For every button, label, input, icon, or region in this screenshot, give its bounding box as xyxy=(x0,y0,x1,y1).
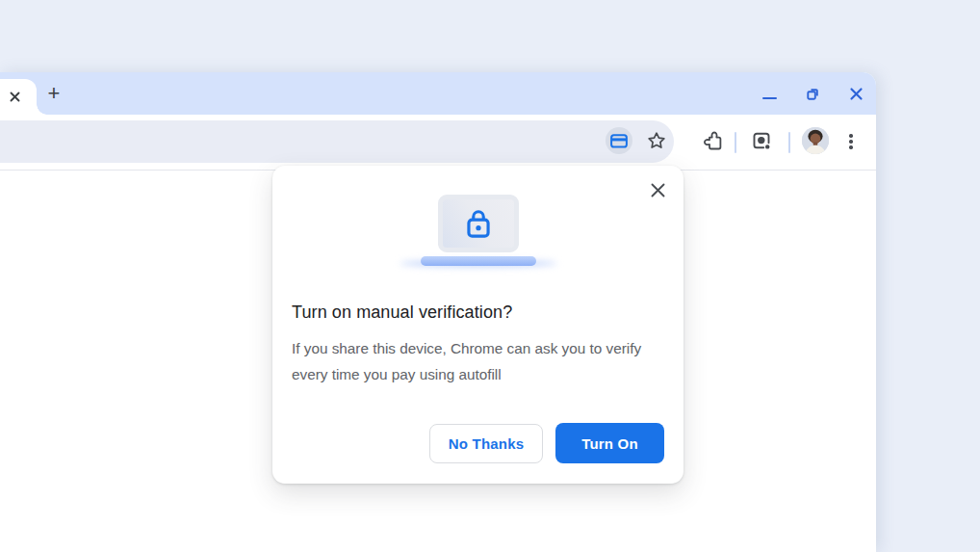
kebab-dot xyxy=(849,140,852,143)
lens-capture-button[interactable] xyxy=(752,131,771,150)
close-icon xyxy=(650,182,666,198)
dialog-body-text: If you share this device, Chrome can ask… xyxy=(292,335,662,387)
dialog-title: Turn on manual verification? xyxy=(292,302,664,323)
minimize-button[interactable] xyxy=(761,86,777,101)
tab-close-button[interactable] xyxy=(7,89,22,104)
turn-on-button[interactable]: Turn On xyxy=(555,423,664,463)
kebab-dot xyxy=(849,145,852,148)
laptop-lock-illustration xyxy=(272,166,683,267)
puzzle-piece-icon xyxy=(703,131,722,150)
new-tab-button[interactable]: + xyxy=(40,80,67,107)
dialog-actions: No Thanks Turn On xyxy=(429,423,664,463)
laptop-screen xyxy=(438,195,519,252)
credit-card-icon xyxy=(610,134,628,148)
toolbar-separator xyxy=(735,132,736,153)
extensions-button[interactable] xyxy=(703,131,722,150)
address-bar[interactable] xyxy=(0,120,674,163)
laptop-base xyxy=(421,256,536,266)
plus-icon: + xyxy=(48,83,61,104)
kebab-dot xyxy=(849,134,852,137)
avatar-photo xyxy=(802,127,829,154)
camera-viewfinder-icon xyxy=(752,131,771,150)
payment-autofill-button[interactable] xyxy=(606,127,632,154)
close-icon xyxy=(849,87,864,101)
lock-icon xyxy=(465,207,492,240)
active-tab[interactable] xyxy=(0,79,37,115)
browser-toolbar xyxy=(0,115,876,171)
browser-menu-button[interactable] xyxy=(845,128,857,155)
toolbar-separator xyxy=(788,132,790,153)
bookmark-button[interactable] xyxy=(647,131,666,150)
close-icon xyxy=(10,92,20,102)
manual-verification-dialog: Turn on manual verification? If you shar… xyxy=(272,166,683,484)
tab-strip: + xyxy=(0,72,876,115)
dialog-close-button[interactable] xyxy=(644,176,671,203)
no-thanks-button[interactable]: No Thanks xyxy=(429,424,543,463)
restore-icon xyxy=(806,87,820,101)
window-close-button[interactable] xyxy=(848,86,864,101)
minimize-icon xyxy=(762,97,777,100)
star-icon xyxy=(647,131,666,150)
restore-button[interactable] xyxy=(805,86,820,101)
window-controls xyxy=(761,72,864,115)
profile-avatar[interactable] xyxy=(802,127,829,154)
